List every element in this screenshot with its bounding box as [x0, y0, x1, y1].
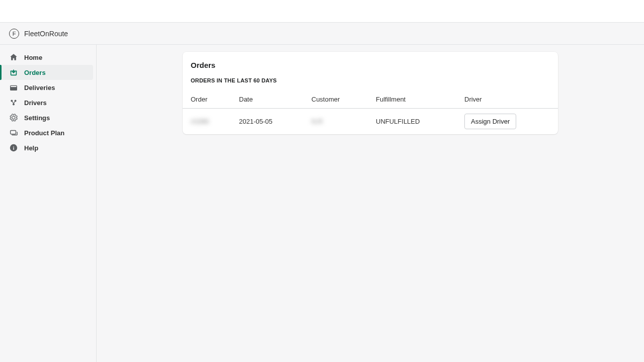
sidebar-item-home[interactable]: Home: [0, 50, 93, 65]
brand: F FleetOnRoute: [9, 29, 68, 39]
col-header-fulfillment: Fulfillment: [368, 90, 456, 109]
sidebar-item-label: Help: [24, 144, 38, 152]
sidebar-item-label: Product Plan: [24, 129, 64, 137]
cell-date: 2021-05-05: [231, 109, 303, 135]
top-browser-bar: [0, 0, 644, 23]
orders-table: Order Date Customer Fulfillment Driver #…: [183, 90, 558, 134]
sidebar: Home Orders Deliveries Drivers Settings: [0, 45, 97, 362]
sidebar-item-label: Deliveries: [24, 84, 55, 92]
assign-driver-button[interactable]: Assign Driver: [464, 114, 516, 129]
sidebar-item-settings[interactable]: Settings: [0, 110, 93, 125]
page-title: Orders: [191, 61, 550, 69]
col-header-customer: Customer: [303, 90, 368, 109]
deliveries-icon: [9, 83, 18, 92]
orders-icon: [9, 68, 18, 77]
svg-rect-6: [11, 131, 16, 134]
cell-customer: N.R: [311, 118, 323, 125]
orders-card: Orders ORDERS IN THE LAST 60 DAYS Order …: [183, 52, 558, 134]
sidebar-item-label: Home: [24, 54, 42, 61]
table-row: #1090 2021-05-05 N.R UNFULFILLED Assign …: [183, 109, 558, 135]
main-content: Orders ORDERS IN THE LAST 60 DAYS Order …: [97, 45, 644, 362]
brand-name: FleetOnRoute: [24, 30, 68, 38]
cell-fulfillment: UNFULFILLED: [368, 109, 456, 135]
sidebar-item-help[interactable]: i Help: [0, 140, 93, 155]
sidebar-item-drivers[interactable]: Drivers: [0, 95, 93, 110]
svg-text:i: i: [13, 145, 15, 151]
drivers-icon: [9, 98, 18, 107]
help-icon: i: [9, 143, 18, 152]
home-icon: [9, 53, 18, 62]
sidebar-item-label: Orders: [24, 69, 46, 76]
page-subtitle: ORDERS IN THE LAST 60 DAYS: [183, 72, 558, 90]
sidebar-item-orders[interactable]: Orders: [0, 65, 93, 80]
sidebar-item-label: Drivers: [24, 99, 47, 107]
plan-icon: [9, 128, 18, 137]
settings-icon: [9, 113, 18, 122]
sidebar-item-product-plan[interactable]: Product Plan: [0, 125, 93, 140]
sidebar-item-label: Settings: [24, 114, 50, 122]
col-header-driver: Driver: [456, 90, 558, 109]
col-header-date: Date: [231, 90, 303, 109]
col-header-order: Order: [183, 90, 231, 109]
sidebar-item-deliveries[interactable]: Deliveries: [0, 80, 93, 95]
brand-logo-icon: F: [9, 29, 19, 39]
cell-order: #1090: [191, 118, 209, 125]
app-header: F FleetOnRoute: [0, 23, 644, 45]
